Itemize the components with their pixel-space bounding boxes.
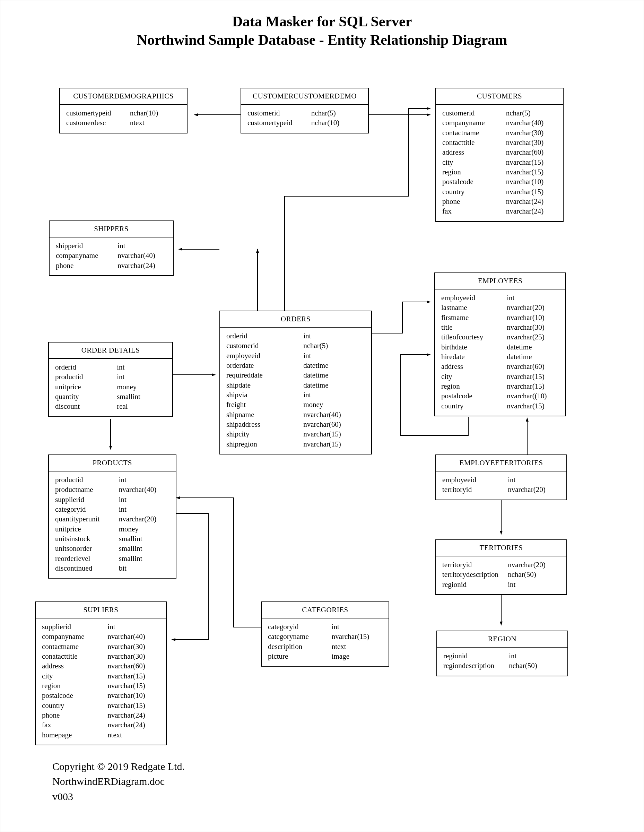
column-row: regiondescriptionnchar(50) [443,661,563,670]
column-type: smallint [119,554,171,563]
column-row: citynvarchar(15) [441,372,561,381]
column-row: conatacttitlenvarchar(30) [42,651,161,661]
column-row: categoryidint [55,504,171,514]
column-name: orderid [55,362,117,372]
column-type: nvarchar(40) [107,632,161,642]
column-row: postalcodenvarchar((10) [441,391,561,401]
column-row: categoryidint [268,622,384,632]
column-name: address [42,661,107,671]
column-name: productname [55,485,119,494]
column-type: money [117,382,168,392]
column-name: territoryid [442,485,508,494]
column-row: orderidint [55,362,168,372]
column-name: phone [56,261,118,270]
column-name: categoryid [268,622,332,632]
column-type: nvarchar(15) [107,701,161,710]
entity-employeeteritories: EMPLOYEETERITORIESemployeeidintterritory… [435,454,567,500]
column-name: companyname [56,251,118,260]
column-row: pictureimage [268,651,384,661]
column-row: hiredatedatetime [441,352,561,362]
column-name: picture [268,651,332,661]
entity-customers: CUSTOMERScustomeridnchar(5)companynamenv… [435,88,564,222]
column-row: lastnamenvarchar(20) [441,302,561,312]
column-row: employeeidint [441,293,561,302]
column-type: nchar(10) [130,108,182,118]
column-name: fax [42,720,107,730]
connector-products-to-categories [176,498,261,627]
column-row: companynamenvarchar(40) [56,251,168,260]
column-name: companyname [442,118,506,128]
column-row: homepagentext [42,730,161,740]
column-row: requireddatedatetime [226,370,366,380]
column-type: datetime [303,360,366,370]
column-row: customerdescntext [66,118,182,128]
entity-body: customeridnchar(5)companynamenvarchar(40… [436,105,563,221]
column-type: money [119,524,171,534]
column-row: unitpricemoney [55,524,171,534]
column-type: nvarchar(20) [119,514,171,524]
page: Data Masker for SQL Server Northwind Sam… [0,0,644,832]
footer-version: v003 [52,789,185,804]
column-row: shipcitynvarchar(15) [226,429,366,439]
column-type: nvarchar(10) [507,313,561,322]
column-name: contactname [42,642,107,651]
entity-header: REGION [437,631,567,648]
column-name: regiondescription [443,661,509,670]
entity-shippers: SHIPPERSshipperidintcompanynamenvarchar(… [49,221,174,276]
column-type: nvarchar(24) [107,720,161,730]
column-name: unitsonorder [55,544,119,553]
column-name: reorderlevel [55,554,119,563]
column-row: supplieridint [55,495,171,504]
column-name: country [42,701,107,710]
entity-header: ORDER DETAILS [49,342,172,359]
column-name: regionid [442,580,508,589]
column-row: unitsinstocksmallint [55,534,171,544]
column-type: nvarchar(60) [107,661,161,671]
column-row: supplieridint [42,622,161,632]
entity-header: EMPLOYEETERITORIES [436,455,566,472]
column-name: quantity [55,392,117,402]
column-type: nvarchar(25) [507,332,561,342]
column-type: nchar(5) [303,341,366,350]
column-type: nvarchar(60) [507,362,561,371]
column-name: categoryid [55,504,119,514]
column-row: shipaddressnvarchar(60) [226,419,366,429]
entity-body: territoryidnvarchar(20)territorydescript… [436,557,566,594]
column-name: customerdesc [66,118,130,128]
column-type: smallint [117,392,168,402]
column-row: contacttitlenvarchar(30) [442,138,558,147]
column-type: smallint [119,544,171,553]
column-type: nvarchar(40) [118,251,168,260]
column-name: employeeid [441,293,507,302]
entity-customerdemographics: CUSTOMERDEMOGRAPHICScustomertypeidnchar(… [59,88,187,133]
entity-body: orderidintproductidintunitpricemoneyquan… [49,359,172,416]
entity-body: orderidintcustomeridnchar(5)employeeidin… [220,328,371,454]
footer-copyright: Copyright © 2019 Redgate Ltd. [52,759,185,774]
column-type: datetime [303,380,366,390]
column-type: int [303,331,366,341]
entity-region: REGIONregionidintregiondescriptionnchar(… [436,630,568,676]
column-row: shipperidint [56,241,168,251]
column-type: int [117,362,168,372]
column-row: citynvarchar(15) [42,671,161,681]
column-type: int [507,293,561,302]
column-type: int [303,351,366,360]
column-type: nvarchar(20) [508,560,561,570]
column-type: int [303,390,366,400]
column-name: customertypeid [66,108,130,118]
column-name: customerid [226,341,303,350]
entity-products: PRODUCTSproductidintproductnamenvarchar(… [48,454,176,579]
column-row: firstnamenvarchar(10) [441,313,561,322]
entity-body: productidintproductnamenvarchar(40)suppl… [49,472,176,578]
column-type: nvarchar((10) [507,391,561,401]
column-type: nvarchar(20) [507,302,561,312]
entity-teritories: TERITORIESterritoryidnvarchar(20)territo… [435,539,567,595]
column-row: productidint [55,372,168,382]
entity-body: supplieridintcompanynamenvarchar(40)cont… [36,618,166,745]
column-type: int [119,504,171,514]
column-type: nvarchar(40) [303,410,366,419]
column-name: employeeid [226,351,303,360]
column-row: productidint [55,475,171,485]
column-row: addressnvarchar(60) [441,362,561,371]
column-row: customeridnchar(5) [442,108,558,118]
